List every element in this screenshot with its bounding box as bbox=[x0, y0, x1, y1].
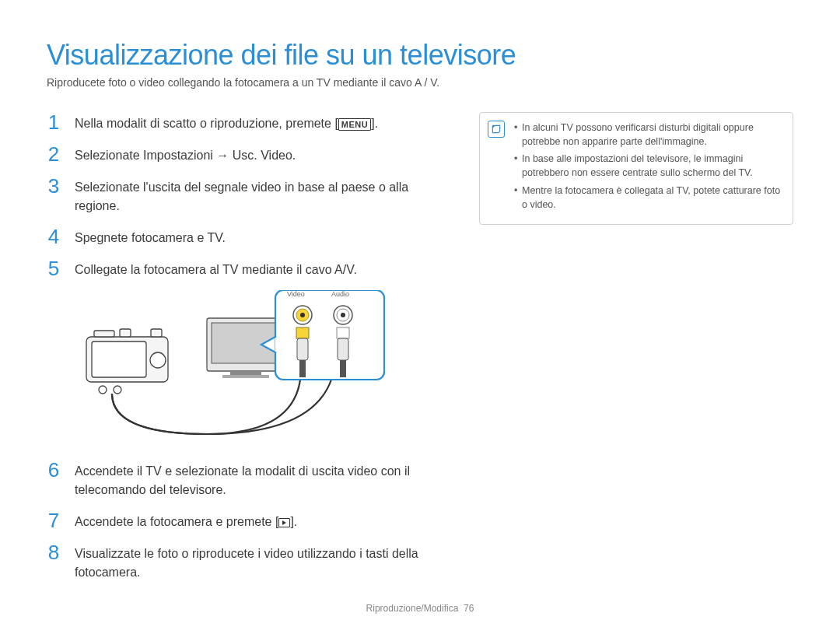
playback-icon bbox=[278, 518, 290, 527]
menu-icon: MENU bbox=[338, 118, 371, 131]
step-5: 5 Collegate la fotocamera al TV mediante… bbox=[47, 258, 451, 279]
svg-rect-19 bbox=[296, 328, 309, 338]
svg-point-6 bbox=[99, 386, 107, 394]
svg-rect-3 bbox=[94, 331, 114, 337]
note-item: In base alle impostazioni del televisore… bbox=[514, 152, 782, 180]
step-text: Accendete la fotocamera e premete []. bbox=[75, 510, 297, 531]
step-6: 6 Accendete il TV e selezionate la modal… bbox=[47, 460, 451, 499]
page-subtitle: Riproducete foto o video collegando la f… bbox=[47, 76, 793, 89]
svg-rect-10 bbox=[230, 371, 261, 375]
svg-rect-21 bbox=[299, 360, 306, 377]
note-item: Mentre la fotocamera è collegata al TV, … bbox=[514, 184, 782, 212]
note-item: In alcuni TV possono verificarsi disturb… bbox=[514, 121, 782, 149]
footer-page-number: 76 bbox=[464, 603, 474, 614]
step-text: Collegate la fotocamera al TV mediante i… bbox=[75, 258, 357, 279]
footer-section: Riproduzione/Modifica bbox=[366, 603, 459, 614]
svg-point-2 bbox=[150, 352, 166, 368]
svg-rect-4 bbox=[120, 329, 131, 337]
step-text: Spegnete fotocamera e TV. bbox=[75, 226, 226, 247]
step-4: 4 Spegnete fotocamera e TV. bbox=[47, 226, 451, 247]
step-text: Nella modalit di scatto o riproduzione, … bbox=[75, 112, 378, 133]
svg-rect-5 bbox=[151, 329, 162, 337]
step-number: 8 bbox=[47, 542, 61, 582]
page-footer: Riproduzione/Modifica 76 bbox=[0, 603, 840, 614]
svg-rect-11 bbox=[222, 375, 269, 378]
svg-rect-1 bbox=[92, 342, 146, 377]
note-box: In alcuni TV possono verificarsi disturb… bbox=[479, 112, 793, 225]
step-text: Visualizzate le foto o riproducete i vid… bbox=[75, 542, 451, 582]
steps-column: 1 Nella modalit di scatto o riproduzione… bbox=[47, 112, 451, 593]
audio-jack-label: Audio bbox=[331, 290, 349, 298]
step-text-part: ]. bbox=[371, 117, 378, 130]
step-text-part: Accendete la fotocamera e premete [ bbox=[75, 515, 278, 528]
page-title: Visualizzazione dei file su un televisor… bbox=[47, 39, 793, 72]
step-number: 7 bbox=[47, 510, 61, 531]
step-1: 1 Nella modalit di scatto o riproduzione… bbox=[47, 112, 451, 133]
step-text-part: ]. bbox=[290, 515, 297, 528]
notes-column: In alcuni TV possono verificarsi disturb… bbox=[479, 112, 793, 593]
connection-diagram: Video Audio bbox=[75, 290, 386, 446]
svg-rect-22 bbox=[337, 328, 349, 338]
note-icon bbox=[488, 121, 505, 138]
step-number: 3 bbox=[47, 176, 61, 215]
svg-rect-24 bbox=[340, 360, 346, 377]
step-number: 6 bbox=[47, 460, 61, 499]
svg-point-7 bbox=[114, 386, 121, 394]
step-3: 3 Selezionate l'uscita del segnale video… bbox=[47, 176, 451, 215]
step-number: 2 bbox=[47, 144, 61, 165]
step-8: 8 Visualizzate le foto o riproducete i v… bbox=[47, 542, 451, 582]
step-text-part: Nella modalit di scatto o riproduzione, … bbox=[75, 117, 338, 130]
svg-rect-20 bbox=[297, 338, 308, 360]
svg-rect-12 bbox=[275, 290, 384, 380]
step-2: 2 Selezionate Impostazioni → Usc. Video. bbox=[47, 144, 451, 165]
step-number: 5 bbox=[47, 258, 61, 279]
svg-point-18 bbox=[341, 313, 345, 317]
svg-point-15 bbox=[300, 313, 305, 317]
svg-rect-23 bbox=[338, 338, 348, 360]
video-jack-label: Video bbox=[287, 290, 305, 298]
step-number: 1 bbox=[47, 112, 61, 133]
step-text: Selezionate Impostazioni → Usc. Video. bbox=[75, 144, 296, 165]
step-number: 4 bbox=[47, 226, 61, 247]
step-text: Selezionate l'uscita del segnale video i… bbox=[75, 176, 451, 215]
step-7: 7 Accendete la fotocamera e premete []. bbox=[47, 510, 451, 531]
step-text: Accendete il TV e selezionate la modalit… bbox=[75, 460, 451, 499]
